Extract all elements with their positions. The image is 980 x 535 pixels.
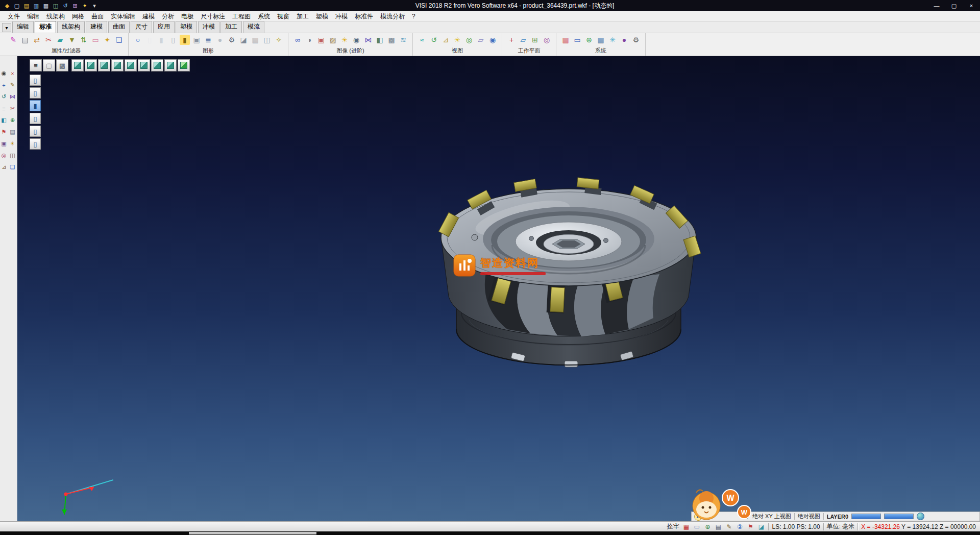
viewport-menu-icon[interactable]: ≡ (30, 59, 42, 71)
grid-red-icon[interactable]: ▦ (682, 523, 690, 531)
grid-icon[interactable]: ▦ (250, 35, 260, 45)
tab[interactable]: 标准 (35, 21, 56, 33)
scissors-icon[interactable]: ✂ (43, 35, 54, 45)
view-cube-5[interactable] (125, 59, 137, 71)
menu-item[interactable]: 曲面 (88, 11, 107, 22)
minimize-button[interactable]: — (928, 0, 945, 11)
snap-lock-label[interactable]: 拴牢 (667, 522, 679, 531)
view-cube-3[interactable] (98, 59, 110, 71)
database-icon[interactable]: ● (215, 35, 225, 45)
tab[interactable]: 线架构 (57, 21, 85, 33)
environment-icon[interactable]: ≋ (398, 35, 408, 45)
view-cube-6[interactable] (138, 59, 150, 71)
tab[interactable]: 尺寸 (131, 21, 152, 33)
menu-item[interactable]: 冲模 (332, 11, 351, 22)
flag-icon[interactable]: ⚑ (0, 128, 8, 136)
layer-selector[interactable]: LAYER0 (827, 514, 848, 520)
view-cube-7[interactable] (151, 59, 163, 71)
tab[interactable]: 应用 (153, 21, 175, 33)
tab[interactable]: 加工 (220, 21, 242, 33)
circle-icon[interactable]: ○ (133, 35, 143, 45)
refresh-view-icon[interactable]: ↺ (429, 35, 439, 45)
solid-box-icon[interactable]: ▣ (191, 35, 202, 45)
filter-icon[interactable]: ▼ (67, 35, 77, 45)
light-icon[interactable]: ☀ (339, 35, 350, 45)
swap-arrows-icon[interactable]: ⇄ (32, 35, 42, 45)
magic-icon[interactable]: ✧ (274, 35, 284, 45)
cylinder-icon[interactable]: ▯ (144, 35, 155, 45)
half-shade-icon[interactable]: ◑ (304, 35, 314, 45)
view-cube-1[interactable] (71, 59, 84, 71)
gear-box-icon[interactable]: ⚙ (227, 35, 237, 45)
sphere-icon[interactable]: ● (619, 35, 629, 45)
stack-icon[interactable]: ≣ (203, 35, 213, 45)
doc-panel-6[interactable]: ▯ (30, 138, 41, 150)
save-icon[interactable]: ▥ (32, 2, 40, 10)
white-shaded-icon[interactable]: ▢ (43, 59, 55, 71)
workplane-icon[interactable]: ▱ (518, 35, 528, 45)
menu-item[interactable]: 塑模 (312, 11, 332, 22)
menu-item[interactable]: 视窗 (274, 11, 293, 22)
light2-icon[interactable]: ☀ (9, 140, 16, 148)
sheet-icon[interactable]: ▤ (9, 128, 16, 136)
camera-icon[interactable]: ◉ (351, 35, 361, 45)
menu-item[interactable]: 模流分析 (377, 11, 408, 22)
tab[interactable]: 模流 (243, 21, 264, 33)
section-icon[interactable]: ◧ (375, 35, 385, 45)
view-cube-9-green[interactable] (178, 59, 190, 71)
doc-panel-4[interactable]: ▯ (30, 113, 41, 124)
printer2-icon[interactable]: ▤ (714, 523, 722, 531)
menu-item[interactable]: 网格 (68, 11, 88, 22)
shaded-mode-icon[interactable]: ▮ (180, 35, 190, 45)
wireframe-overlay-icon[interactable]: ▩ (386, 35, 397, 45)
maximize-button[interactable]: ▢ (945, 0, 963, 11)
grid-toggle-icon[interactable]: ⊞ (71, 2, 79, 10)
view-cube-8[interactable] (164, 59, 177, 71)
new-file-icon[interactable]: ▢ (13, 2, 21, 10)
sort-arrows-icon[interactable]: ⇅ (79, 35, 89, 45)
plane-view-icon[interactable]: ▱ (476, 35, 486, 45)
menu-item[interactable]: 系统 (254, 11, 274, 22)
move-icon[interactable]: + (0, 81, 8, 89)
rotate-icon[interactable]: ↺ (0, 93, 8, 101)
app-icon[interactable]: ◆ (3, 2, 11, 10)
doc-panel-2[interactable]: ▯ (30, 87, 41, 99)
doc-panel-5[interactable]: ▯ (30, 126, 41, 137)
view-cube-4[interactable] (111, 59, 124, 71)
ucs-icon[interactable]: ◎ (542, 35, 552, 45)
model-3d-face-mill[interactable] (426, 161, 712, 408)
trim-icon[interactable]: ✂ (9, 105, 16, 112)
measure-icon[interactable]: ⊿ (0, 163, 8, 171)
flag2-icon[interactable]: ⚑ (746, 523, 754, 531)
delete-icon[interactable]: × (9, 69, 16, 77)
axes-icon[interactable]: + (506, 35, 517, 45)
pencil-icon[interactable]: ✎ (9, 81, 16, 89)
absolute-view-label[interactable]: 绝对视图 (798, 513, 820, 520)
sun-view-icon[interactable]: ☀ (452, 35, 462, 45)
measure-view-icon[interactable]: ⊿ (440, 35, 451, 45)
menu-item[interactable]: 工程图 (229, 11, 254, 22)
dynamic-view-icon[interactable]: ≈ (417, 35, 427, 45)
grid-plane-icon[interactable]: ⊞ (530, 35, 540, 45)
mirror-icon[interactable]: ⋈ (9, 93, 16, 101)
tab[interactable]: 冲模 (198, 21, 219, 33)
tab[interactable]: 编辑 (12, 21, 34, 33)
menu-item[interactable]: 分析 (158, 11, 178, 22)
offset-icon[interactable]: ≡ (0, 105, 8, 112)
color-pencil-icon[interactable]: ✎ (8, 35, 18, 45)
close-button[interactable]: × (963, 0, 980, 11)
tab[interactable]: 曲面 (108, 21, 130, 33)
menu-item[interactable]: 标准件 (351, 11, 377, 22)
star-filter-icon[interactable]: ✦ (102, 35, 112, 45)
stereo-glasses-icon[interactable]: ∞ (292, 35, 303, 45)
layers-icon[interactable]: ❏ (114, 35, 124, 45)
table-icon[interactable]: ▦ (596, 35, 606, 45)
menu-item[interactable]: 电极 (178, 11, 197, 22)
menu-item[interactable]: 编辑 (23, 11, 43, 22)
menu-item[interactable]: 文件 (4, 11, 23, 22)
render-icon[interactable]: ▣ (316, 35, 326, 45)
menu-item[interactable]: 加工 (293, 11, 312, 22)
doc-panel-1[interactable]: ▯ (30, 75, 41, 86)
menu-item[interactable]: ? (408, 12, 419, 21)
cylinder-shaded-icon[interactable]: ▮ (156, 35, 166, 45)
